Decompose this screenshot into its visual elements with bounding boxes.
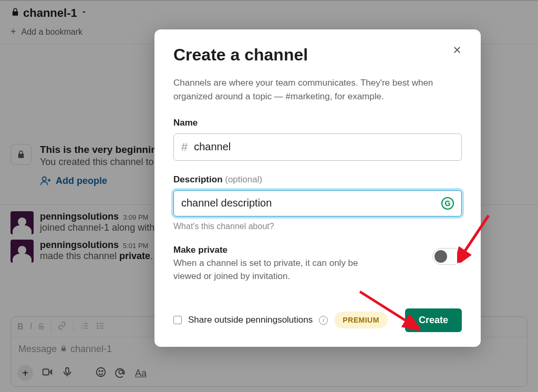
hash-icon: # [181, 140, 188, 154]
channel-name-input[interactable]: # channel [173, 133, 462, 161]
make-private-label: Make private [173, 245, 422, 255]
name-label: Name [173, 118, 462, 128]
close-button[interactable] [452, 45, 462, 57]
share-outside-checkbox[interactable] [173, 316, 182, 324]
modal-title: Create a channel [173, 45, 308, 65]
modal-description: Channels are where your team communicate… [173, 76, 462, 104]
share-outside-label: Share outside penningsolutions [188, 315, 313, 325]
description-helper: What's this channel about? [173, 222, 462, 231]
channel-name-value: channel [194, 141, 454, 153]
channel-description-input[interactable]: channel description G [173, 190, 462, 216]
grammarly-icon[interactable]: G [441, 197, 454, 210]
make-private-toggle[interactable] [432, 248, 462, 265]
channel-description-value: channel description [181, 197, 435, 209]
description-label: Description (optional) [173, 174, 462, 185]
info-icon[interactable]: i [319, 316, 328, 325]
create-button[interactable]: Create [405, 308, 462, 332]
create-channel-modal: Create a channel Channels are where your… [154, 29, 481, 347]
premium-badge: PREMIUM [334, 312, 388, 328]
make-private-description: When a channel is set to private, it can… [173, 256, 373, 283]
